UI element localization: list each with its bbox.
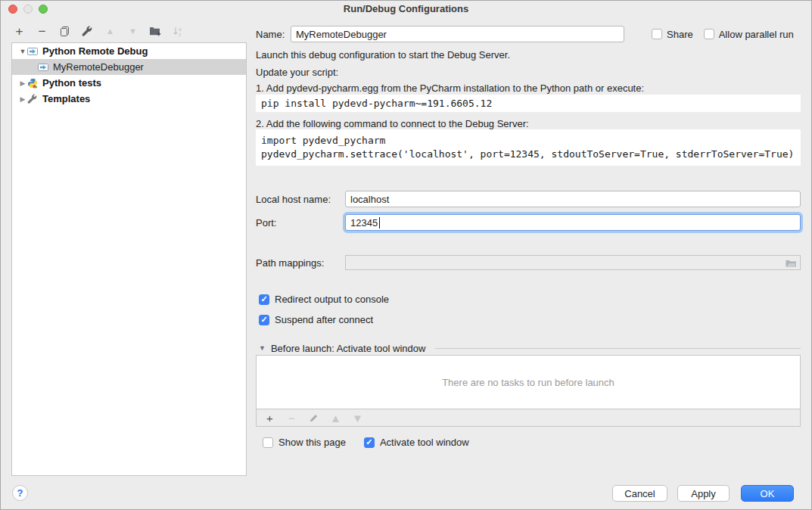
add-configuration-icon[interactable]: + (13, 25, 26, 38)
activate-tool-window-checkbox[interactable]: ✓ (364, 437, 375, 448)
name-input[interactable] (291, 26, 624, 42)
cancel-button[interactable]: Cancel (612, 485, 667, 502)
remove-configuration-icon[interactable]: − (36, 25, 48, 38)
chevron-right-icon[interactable]: ▶ (18, 95, 27, 103)
show-this-page-label: Show this page (278, 437, 346, 448)
tree-item-label: MyRemoteDebugger (53, 61, 144, 73)
step1-text: 1. Add pydevd-pycharm.egg from the PyCha… (256, 82, 644, 94)
remove-task-icon: − (285, 412, 298, 424)
sort-configurations-icon: az (172, 25, 185, 38)
copy-configuration-icon[interactable] (58, 25, 71, 38)
local-host-name-input[interactable] (345, 191, 801, 207)
pip-command-text: pip install pydevd-pycharm~=191.6605.12 (261, 98, 492, 109)
port-label: Port: (256, 217, 345, 229)
help-button[interactable]: ? (12, 485, 28, 501)
path-mappings-label: Path mappings: (256, 257, 345, 269)
configurations-tree: ▼ Python Remote Debug MyRemoteDebugger ▶… (11, 42, 247, 476)
before-launch-title: Before launch: Activate tool window (271, 343, 426, 354)
add-task-icon[interactable]: + (263, 412, 276, 424)
browse-folder-icon[interactable] (785, 258, 797, 270)
intro-text-line1: Launch this debug configuration to start… (256, 49, 510, 61)
move-task-down-icon: ▼ (351, 412, 364, 424)
share-checkbox[interactable] (652, 29, 662, 39)
window-title: Run/Debug Configurations (1, 3, 811, 14)
tree-item-python-remote-debug[interactable]: ▼ Python Remote Debug (12, 43, 246, 59)
tree-item-label: Python Remote Debug (42, 45, 148, 57)
before-launch-section-header[interactable]: ▼ Before launch: Activate tool window (256, 342, 801, 354)
activate-tool-window-label: Activate tool window (380, 437, 469, 448)
tree-item-templates[interactable]: ▶ Templates (12, 91, 246, 107)
allow-parallel-run-label: Allow parallel run (719, 29, 794, 40)
local-host-name-label: Local host name: (256, 194, 345, 205)
move-task-up-icon: ▲ (329, 412, 342, 424)
edit-task-pencil-icon (307, 412, 320, 424)
tasks-empty-text: There are no tasks to run before launch (442, 377, 614, 388)
code-line-import: import pydevd_pycharm (261, 134, 801, 148)
chevron-down-icon[interactable]: ▼ (259, 344, 266, 352)
titlebar: Run/Debug Configurations (1, 1, 811, 17)
tree-item-label: Python tests (42, 77, 101, 89)
share-label: Share (667, 29, 693, 40)
allow-parallel-run-checkbox[interactable] (704, 29, 714, 39)
apply-button[interactable]: Apply (677, 485, 730, 502)
step2-text: 2. Add the following command to connect … (256, 118, 529, 129)
show-this-page-checkbox[interactable] (263, 437, 273, 448)
suspend-after-connect-checkbox[interactable]: ✓ (259, 315, 269, 325)
redirect-output-checkbox[interactable]: ✓ (259, 294, 269, 305)
edit-defaults-wrench-icon[interactable] (81, 25, 94, 38)
ok-button[interactable]: OK (741, 485, 794, 502)
chevron-right-icon[interactable]: ▶ (18, 79, 27, 87)
pip-command-block[interactable]: pip install pydevd-pycharm~=191.6605.12 (256, 95, 801, 112)
section-divider (435, 348, 801, 349)
intro-text-line2: Update your script: (256, 67, 338, 78)
move-up-icon: ▲ (104, 25, 117, 38)
run-debug-configurations-dialog: Run/Debug Configurations + − ▲ ▼ az ▼ Py… (0, 0, 812, 510)
suspend-after-connect-label: Suspend after connect (275, 314, 373, 325)
move-down-icon: ▼ (126, 25, 139, 38)
tree-item-python-tests[interactable]: ▶ Python tests (12, 75, 246, 91)
name-label: Name: (256, 29, 291, 40)
tree-item-myremotedebugger[interactable]: MyRemoteDebugger (12, 59, 246, 75)
redirect-output-label: Redirect output to console (275, 294, 389, 305)
python-tests-icon (27, 78, 39, 89)
tree-item-label: Templates (42, 93, 90, 104)
svg-text:a: a (179, 26, 182, 31)
wrench-icon (27, 94, 39, 104)
new-folder-icon[interactable] (149, 25, 162, 38)
path-mappings-input[interactable] (345, 255, 801, 270)
text-caret (379, 217, 380, 229)
configurations-toolbar: + − ▲ ▼ az (13, 23, 185, 39)
settrace-code-block[interactable]: import pydevd_pycharm pydevd_pycharm.set… (256, 129, 801, 166)
remote-debug-config-icon (27, 46, 39, 57)
chevron-down-icon[interactable]: ▼ (18, 48, 27, 55)
configuration-editor: Name: Share Allow parallel run Launch th… (256, 22, 801, 485)
tasks-toolbar: + − ▲ ▼ (257, 409, 800, 426)
before-launch-tasks-panel: There are no tasks to run before launch … (256, 355, 801, 427)
remote-debug-config-icon (38, 62, 49, 73)
port-input[interactable] (345, 214, 801, 231)
code-line-settrace: pydevd_pycharm.settrace('localhost', por… (261, 148, 801, 161)
tasks-empty-area[interactable]: There are no tasks to run before launch (257, 356, 800, 409)
svg-text:z: z (179, 31, 181, 36)
